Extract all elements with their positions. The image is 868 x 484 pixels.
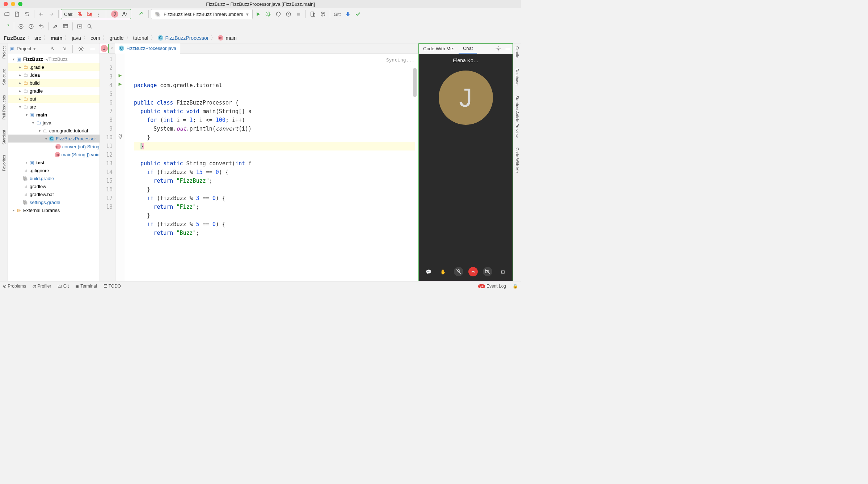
following-avatar[interactable]: J xyxy=(100,44,109,53)
sidetab-structure[interactable]: Structure xyxy=(2,67,6,86)
status-problems[interactable]: ⊘ Problems xyxy=(3,284,26,289)
tree-node[interactable]: ▸🗀out xyxy=(8,95,100,103)
breadcrumb-item[interactable]: com xyxy=(90,35,100,41)
sidetab-gradle[interactable]: Gradle xyxy=(515,45,519,60)
profile-icon[interactable] xyxy=(284,9,293,19)
tab-chat[interactable]: Chat xyxy=(459,44,477,54)
project-tree[interactable]: ▾▣FizzBuzz~/FizzBuzz▸🗀.gradle▸🗀.idea▸🗀bu… xyxy=(8,54,100,281)
tree-node[interactable]: ▸⊪External Libraries xyxy=(8,206,100,214)
refresh-icon[interactable] xyxy=(22,9,32,19)
tree-node[interactable]: ▾▣main xyxy=(8,111,100,119)
git-commit-icon[interactable] xyxy=(353,9,363,19)
breadcrumb-item[interactable]: main xyxy=(51,35,63,41)
status-terminal[interactable]: ▣ Terminal xyxy=(75,284,97,289)
gear-icon[interactable] xyxy=(76,44,86,54)
back-icon[interactable] xyxy=(37,9,46,19)
tree-node[interactable]: ▾▣FizzBuzz~/FizzBuzz xyxy=(8,55,100,63)
undo-icon[interactable] xyxy=(37,22,46,31)
camera-off-icon[interactable] xyxy=(87,11,92,17)
tree-node[interactable]: 🗎gradlew xyxy=(8,182,100,190)
status-event-log[interactable]: 9+Event Log xyxy=(478,284,506,289)
open-icon[interactable] xyxy=(2,9,12,19)
hangup-icon[interactable] xyxy=(468,267,478,276)
sidetab-database[interactable]: Database xyxy=(515,67,519,87)
breadcrumb-item[interactable]: src xyxy=(34,35,41,41)
code-area[interactable]: 123456789101112131415161718 ▶▶ @ Syncing… xyxy=(100,54,418,281)
status-git[interactable]: ⮹ Git xyxy=(58,284,69,289)
sidetab-project[interactable]: Project xyxy=(2,45,6,60)
search-icon[interactable] xyxy=(85,22,94,31)
hand-icon[interactable]: ✋ xyxy=(438,267,448,276)
tree-node[interactable]: ▸🗀gradle xyxy=(8,87,100,95)
mic-off-icon[interactable] xyxy=(77,11,83,17)
add-participant-icon[interactable] xyxy=(122,11,128,17)
editor-tab[interactable]: C FizzBuzzProcessor.java xyxy=(115,43,180,54)
collapse-icon[interactable]: ⇱ xyxy=(48,44,57,54)
tree-node[interactable]: ▸🗀.idea xyxy=(8,71,100,79)
breadcrumb-item[interactable]: gradle xyxy=(110,35,124,41)
sidetab-stardust-article-preview[interactable]: Stardust Article Preview xyxy=(515,94,519,139)
device-icon[interactable] xyxy=(308,9,317,19)
sidetab-pull-requests[interactable]: Pull Requests xyxy=(2,94,6,121)
status-lock-icon[interactable]: 🔒 xyxy=(513,284,518,289)
history-icon[interactable] xyxy=(26,22,36,31)
more-icon[interactable]: ⋮ xyxy=(96,12,101,17)
zoom-window-button[interactable] xyxy=(18,2,22,6)
hammer-build-icon[interactable] xyxy=(137,9,146,19)
tree-node[interactable]: ▸🗀build xyxy=(8,79,100,87)
wrench-icon[interactable] xyxy=(51,22,60,31)
run-icon[interactable] xyxy=(253,9,263,19)
tree-node[interactable]: ▾CFizzBuzzProcessor xyxy=(8,135,100,143)
tree-node[interactable]: ▾🗀src xyxy=(8,103,100,111)
save-icon[interactable] xyxy=(12,9,22,19)
expand-icon[interactable]: ⇲ xyxy=(59,44,69,54)
breadcrumb-item[interactable]: tutorial xyxy=(133,35,148,41)
cwm-label: Code With Me: xyxy=(419,44,459,54)
chat-icon[interactable]: 💬 xyxy=(424,267,433,276)
code-content[interactable]: Syncing... package com.gradle.tutorial p… xyxy=(131,54,418,281)
gear-icon[interactable] xyxy=(494,44,503,54)
breadcrumb-item[interactable]: main xyxy=(226,35,236,41)
status-todo[interactable]: ☲ TODO xyxy=(104,284,121,289)
hide-icon[interactable]: — xyxy=(503,44,513,54)
close-window-button[interactable] xyxy=(4,2,8,6)
stop-follow-icon[interactable]: × xyxy=(109,46,115,51)
scrollbar-thumb[interactable] xyxy=(413,68,417,97)
grid-icon[interactable]: ⊞ xyxy=(498,267,507,276)
git-update-icon[interactable] xyxy=(343,9,353,19)
package-icon[interactable] xyxy=(318,9,328,19)
debug-icon[interactable] xyxy=(264,9,273,19)
minimize-window-button[interactable] xyxy=(11,2,15,6)
breadcrumb-item[interactable]: FizzBuzzProcessor xyxy=(165,35,209,41)
coverage-icon[interactable] xyxy=(274,9,283,19)
tree-node[interactable]: 🐘build.gradle xyxy=(8,174,100,182)
tree-node[interactable]: ▾🗀java xyxy=(8,119,100,127)
stop-icon[interactable] xyxy=(294,9,303,19)
breadcrumb-item[interactable]: FizzBuzz xyxy=(4,35,25,41)
run-config-selector[interactable]: 🐘 FizzBuzzTest.FizzBuzzThreeNumbers ▾ xyxy=(151,9,253,19)
breadcrumb-item[interactable]: java xyxy=(72,35,81,41)
run-file-icon[interactable] xyxy=(75,22,84,31)
add-icon[interactable] xyxy=(16,22,26,31)
tree-node[interactable]: mmain(String[]):void xyxy=(8,150,100,158)
camera-off-icon[interactable] xyxy=(483,267,492,276)
status-profiler[interactable]: ◔ Profiler xyxy=(33,284,51,289)
layout-icon[interactable] xyxy=(61,22,70,31)
tree-node[interactable]: ▸🗀.gradle xyxy=(8,63,100,71)
hide-icon[interactable]: — xyxy=(88,44,97,54)
sidetab-code-with-me[interactable]: Code With Me xyxy=(515,146,519,174)
tree-node[interactable]: 🗎.gitignore xyxy=(8,166,100,174)
chevron-down-icon[interactable]: ▾ xyxy=(33,46,36,51)
tree-node[interactable]: ▾🗀com.gradle.tutorial xyxy=(8,127,100,135)
sidetab-favorites[interactable]: Favorites xyxy=(2,153,6,173)
expand-icon[interactable] xyxy=(2,22,12,31)
tree-node[interactable]: 🗎gradlew.bat xyxy=(8,190,100,198)
tree-node[interactable]: ▸▣test xyxy=(8,158,100,166)
tree-node[interactable]: 🐘settings.gradle xyxy=(8,198,100,206)
participant-avatar[interactable]: J xyxy=(111,10,118,18)
mic-off-icon[interactable] xyxy=(454,267,463,276)
project-view-title[interactable]: Project xyxy=(17,46,31,51)
forward-icon[interactable] xyxy=(47,9,56,19)
sidetab-stardust[interactable]: Stardust xyxy=(2,128,6,146)
tree-node[interactable]: mconvert(int):String xyxy=(8,143,100,150)
